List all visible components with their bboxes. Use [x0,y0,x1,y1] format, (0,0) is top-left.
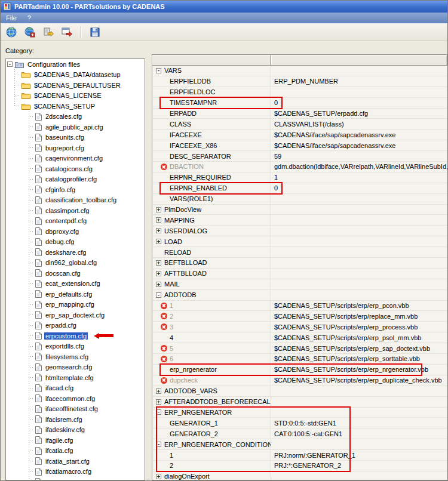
menu-help[interactable]: ? [22,14,36,21]
deactivated-icon[interactable] [161,164,167,170]
grid-row[interactable]: GENERATOR_1STD:0:0:5:-std:GEN1 [152,418,447,428]
property-value-cell[interactable] [271,397,447,408]
property-value-cell[interactable]: STD:0:0:5:-std:GEN1 [271,418,447,428]
tree-file[interactable]: din962_global.cfg [6,258,145,269]
property-value-cell[interactable]: $CADENAS_SETUP/scripts/erp/erp_pcon.vbb [271,301,447,312]
property-value-cell[interactable] [271,194,447,205]
tree-file[interactable]: ifcdb.cfg [6,477,145,480]
grid-row[interactable]: DESC_SEPARATOR59 [152,151,447,162]
tree-file[interactable]: ifadeskinv.cfg [6,425,145,436]
tree-file[interactable]: exportdlls.cfg [6,341,145,352]
grid-row[interactable]: ERPNR_REQUIRED1 [152,172,447,183]
tree-file[interactable]: ifcatiamacro.cfg [6,467,145,477]
install-catalog-button[interactable] [41,25,56,39]
expand-icon[interactable]: + [156,388,161,394]
property-value-cell[interactable]: $CADENAS_SETUP/scripts/erp/erp_nrgenerat… [271,365,447,375]
expand-icon[interactable]: + [156,474,161,479]
property-value-cell[interactable] [271,236,447,247]
property-value-cell[interactable] [271,269,447,279]
expand-icon[interactable]: + [156,399,161,405]
property-value-cell[interactable] [271,247,447,258]
property-value-cell[interactable]: $CADENAS_SETUP/scripts/erp/erp_sap_docte… [271,343,447,354]
property-value-cell[interactable] [271,258,447,269]
expand-icon[interactable]: + [156,207,161,212]
property-value-cell[interactable] [271,439,447,450]
property-value-cell[interactable] [271,290,447,301]
save-button[interactable] [88,25,102,39]
tree-file[interactable]: deskshare.cfg [6,247,145,258]
property-value-cell[interactable] [271,66,447,76]
property-value-cell[interactable]: gdm.dbaction(ldbiface,VARrelpath,VARline… [271,162,447,172]
grid-row[interactable]: TIMESTAMPNR0 [152,98,447,109]
tree-file[interactable]: ifcatia.cfg [6,446,145,457]
expand-icon[interactable]: + [156,282,161,287]
tree-file[interactable]: htmltemplate.cfg [6,372,145,383]
property-value-cell[interactable]: $CADENAS/iface/sap/sapcadenassrv.exe [271,140,447,151]
grid-row[interactable]: 1$CADENAS_SETUP/scripts/erp/erp_pcon.vbb [152,301,447,312]
tree-file[interactable]: classification_toolbar.cfg [6,195,145,206]
grid-row[interactable]: +PlmDocView [152,205,447,215]
property-value-cell[interactable] [271,386,447,397]
grid-row[interactable]: dupcheck$CADENAS_SETUP/scripts/erp/erp_d… [152,375,447,386]
tree-file[interactable]: erpadd.cfg [6,320,145,331]
grid-row[interactable]: 5$CADENAS_SETUP/scripts/erp/erp_sap_doct… [152,343,447,354]
grid-row[interactable]: CLASSCLASSVARLIST(/class) [152,119,447,130]
grid-row[interactable]: +LOAD [152,236,447,247]
grid-row[interactable]: erp_nrgenerator$CADENAS_SETUP/scripts/er… [152,365,447,375]
tree-file[interactable]: erp_sap_doctext.cfg [6,310,145,320]
deactivated-icon[interactable] [161,313,167,319]
collapse-icon[interactable]: - [156,68,161,73]
deactivated-icon[interactable] [161,323,167,330]
grid-row[interactable]: -ERP_NRGENERATOR_CONDITIONS [152,439,447,450]
grid-row[interactable]: GENERATOR_2CAT:0:100:5:-cat:GEN1 [152,428,447,439]
grid-row[interactable]: +ADDTODB_VARS [152,386,447,397]
property-value-cell[interactable] [271,408,447,418]
tree-file[interactable]: ifcatia_start.cfg [6,456,145,467]
grid-row[interactable]: -VARS [152,66,447,76]
tree-file[interactable]: contentpdf.cfg [6,216,145,227]
property-value-cell[interactable]: PRJ:*:GENERATOR_2 [271,461,447,471]
property-value-cell[interactable] [271,205,447,215]
grid-row[interactable]: +MAPPING [152,215,447,226]
tree-file[interactable]: ifacecommon.cfg [6,393,145,404]
grid-row[interactable]: IFACEEXE$CADENAS/iface/sap/sapcadenassrv… [152,130,447,140]
tree-file[interactable]: ifagile.cfg [6,435,145,446]
tree-folder[interactable]: $CADENAS_DEFAULTUSER [6,80,145,91]
property-value-cell[interactable]: $CADENAS_SETUP/scripts/erp/erp_duplicate… [271,375,447,386]
deactivated-icon[interactable] [161,377,167,384]
deactivated-icon[interactable] [161,356,167,362]
grid-row[interactable]: +BEFTBLLOAD [152,258,447,269]
tree-folder[interactable]: $CADENAS_DATA/datasetup [6,70,145,81]
grid-row[interactable]: -ERP_NRGENERATOR [152,408,447,418]
tree-file[interactable]: bugreport.cfg [6,143,145,153]
grid-row[interactable]: ERPFIELDLOC [152,87,447,98]
online-update-button[interactable] [4,25,19,39]
tree-file-selected[interactable]: erpcustom.cfg [6,331,145,341]
property-value-cell[interactable]: 59 [271,151,447,162]
tree-file[interactable]: catalogicons.cfg [6,164,145,174]
property-value-cell[interactable] [271,471,447,480]
tree-file[interactable]: filesystems.cfg [6,352,145,362]
collapse-icon[interactable]: - [156,292,161,298]
collapse-icon[interactable]: - [156,409,161,415]
tree-file[interactable]: erp_defaults.cfg [6,289,145,300]
grid-row[interactable]: ERPADD$CADENAS_SETUP/erpadd.cfg [152,109,447,119]
tree-file[interactable]: cfginfo.cfg [6,184,145,195]
grid-row[interactable]: IFACEEXE_X86$CADENAS/iface/sap/sapcadena… [152,140,447,151]
deactivated-icon[interactable] [161,303,167,309]
tree-file[interactable]: docscan.cfg [6,268,145,279]
expand-icon[interactable]: + [156,260,161,266]
config-grid[interactable]: -VARSERPFIELDDBERP_PDM_NUMBERERPFIELDLOC… [152,54,447,480]
collapse-icon[interactable]: - [156,442,161,447]
grid-row[interactable]: +MAIL [152,279,447,290]
grid-row[interactable]: RELOAD [152,247,447,258]
tree-file[interactable]: 2dscales.cfg [6,112,145,122]
grid-row[interactable]: ERPNR_ENABLED0 [152,183,447,194]
property-value-cell[interactable] [271,279,447,290]
tree-file[interactable]: erp_mapping.cfg [6,300,145,310]
grid-row[interactable]: -ADDTODB [152,290,447,301]
tree-file[interactable]: baseunits.cfg [6,132,145,143]
property-value-cell[interactable]: 0 [271,183,447,194]
property-value-cell[interactable]: $CADENAS_SETUP/erpadd.cfg [271,109,447,119]
grid-row[interactable]: ERPFIELDDBERP_PDM_NUMBER [152,76,447,87]
